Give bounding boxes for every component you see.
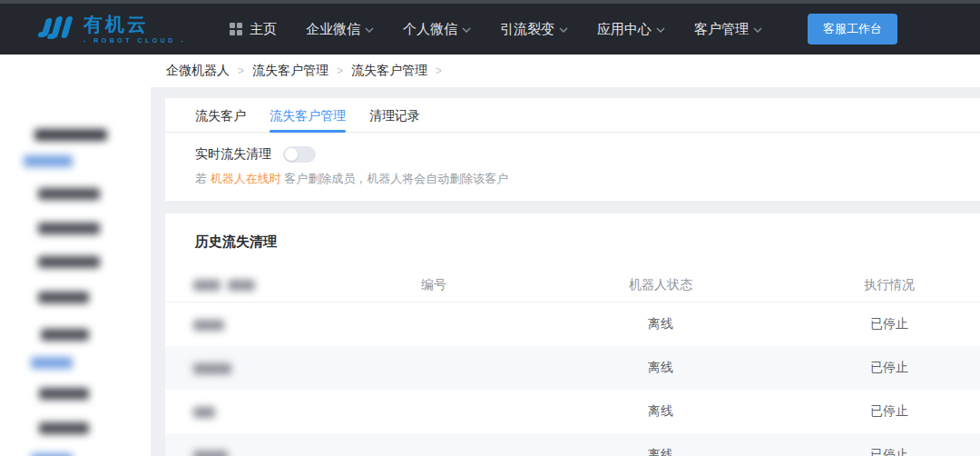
- sidebar-item-redacted[interactable]: [38, 188, 100, 200]
- customer-name-redacted: [193, 363, 231, 374]
- tab-bar: 流失客户 流失客户管理 清理记录: [165, 98, 980, 133]
- sidebar-item-redacted[interactable]: [39, 422, 89, 434]
- tab-cleanup-records[interactable]: 清理记录: [369, 98, 420, 132]
- nav-item-customer-management[interactable]: 客户管理: [694, 21, 762, 38]
- customer-name-redacted: [193, 451, 228, 456]
- section-title: 历史流失清理: [165, 213, 980, 251]
- table-header-row: 编号 机器人状态 执行情况: [165, 269, 980, 302]
- nav-item-label: 引流裂变: [500, 21, 554, 38]
- column-header-robot-status: 机器人状态: [523, 277, 799, 293]
- home-grid-icon: [230, 23, 242, 35]
- cell-execution: 已停止: [799, 316, 980, 332]
- tab-lost-customers[interactable]: 流失客户: [195, 98, 246, 132]
- nav-item-home[interactable]: 主页: [230, 21, 277, 38]
- history-table: 编号 机器人状态 执行情况 离线 已停止 离线 已停止 离线 已停止: [165, 269, 980, 456]
- history-cleanup-card: 历史流失清理 编号 机器人状态 执行情况 离线 已停止 离线: [165, 213, 980, 456]
- redacted-text: [228, 280, 255, 291]
- app-logo[interactable]: 有机云 - ROBOT CLOUD -: [36, 15, 195, 44]
- sidebar-item-redacted[interactable]: [38, 256, 100, 268]
- realtime-cleanup-label: 实时流失清理: [195, 146, 271, 163]
- breadcrumb-item[interactable]: 企微机器人: [166, 63, 230, 79]
- loss-settings-card: 流失客户 流失客户管理 清理记录 实时流失清理 若 机器人在线时 客户删除成员，…: [165, 98, 980, 201]
- cell-execution: 已停止: [799, 360, 980, 376]
- top-navigation: 有机云 - ROBOT CLOUD - 主页 企业微信 个人微信 引流裂变 应用…: [0, 4, 980, 55]
- cell-execution: 已停止: [799, 403, 980, 420]
- cell-robot-status: 离线: [523, 316, 799, 332]
- chevron-down-icon: [656, 27, 665, 33]
- tab-lost-customer-management[interactable]: 流失客户管理: [270, 98, 346, 132]
- sidebar-item-redacted[interactable]: [34, 129, 107, 141]
- main-menu: 主页 企业微信 个人微信 引流裂变 应用中心 客户管理: [230, 21, 762, 38]
- chevron-down-icon: [559, 27, 568, 33]
- cell-robot-status: 离线: [523, 447, 799, 456]
- sidebar: [0, 55, 151, 456]
- customer-name-redacted: [193, 407, 215, 418]
- nav-item-label: 企业微信: [306, 21, 360, 38]
- breadcrumb-separator: >: [238, 64, 244, 77]
- sidebar-item-redacted[interactable]: [31, 357, 73, 369]
- note-suffix: 客户删除成员，机器人将会自动删除该客户: [281, 172, 509, 185]
- table-row: 离线 已停止: [165, 390, 980, 433]
- chevron-down-icon: [462, 27, 471, 33]
- logo-subtitle: - ROBOT CLOUD -: [83, 37, 186, 44]
- cell-execution: 已停止: [799, 447, 980, 456]
- breadcrumb-separator: >: [436, 64, 442, 77]
- note-highlight: 机器人在线时: [211, 172, 281, 185]
- realtime-cleanup-row: 实时流失清理: [195, 146, 980, 163]
- nav-item-app-center[interactable]: 应用中心: [597, 21, 665, 38]
- column-header-redacted: [193, 280, 345, 291]
- nav-item-label: 个人微信: [403, 21, 457, 38]
- cell-robot-status: 离线: [523, 403, 799, 420]
- column-header-execution: 执行情况: [799, 277, 980, 293]
- window-top-strip: [0, 0, 980, 4]
- sidebar-item-redacted[interactable]: [24, 155, 73, 167]
- table-row: 离线 已停止: [165, 346, 980, 390]
- redacted-text: [193, 280, 220, 291]
- nav-item-label: 主页: [250, 21, 277, 38]
- breadcrumb-separator: >: [337, 64, 343, 77]
- note-prefix: 若: [195, 172, 211, 185]
- realtime-cleanup-toggle[interactable]: [283, 146, 316, 163]
- table-row: 离线 已停止: [165, 433, 980, 456]
- sidebar-item-redacted[interactable]: [39, 388, 89, 400]
- sidebar-item-redacted[interactable]: [38, 223, 100, 234]
- main-content: 企微机器人 > 流失客户管理 > 流失客户管理 > 流失客户 流失客户管理 清理…: [151, 55, 980, 456]
- breadcrumb-item[interactable]: 流失客户管理: [252, 63, 328, 79]
- cell-robot-status: 离线: [523, 360, 799, 376]
- logo-icon: [36, 15, 74, 43]
- column-header-number: 编号: [345, 277, 523, 293]
- sidebar-item-redacted[interactable]: [41, 329, 89, 341]
- realtime-cleanup-note: 若 机器人在线时 客户删除成员，机器人将会自动删除该客户: [195, 171, 980, 187]
- sidebar-item-redacted[interactable]: [38, 292, 89, 303]
- nav-item-label: 客户管理: [694, 21, 749, 38]
- nav-item-traffic-fission[interactable]: 引流裂变: [500, 21, 568, 38]
- service-workbench-button[interactable]: 客服工作台: [808, 14, 897, 45]
- nav-item-enterprise-wechat[interactable]: 企业微信: [306, 21, 374, 38]
- nav-item-personal-wechat[interactable]: 个人微信: [403, 21, 471, 38]
- nav-item-label: 应用中心: [597, 21, 652, 38]
- customer-name-redacted: [193, 320, 224, 331]
- table-row: 离线 已停止: [165, 302, 980, 346]
- chevron-down-icon: [365, 27, 374, 33]
- breadcrumb-item[interactable]: 流失客户管理: [351, 63, 427, 79]
- logo-title: 有机云: [83, 15, 186, 34]
- chevron-down-icon: [753, 27, 762, 33]
- breadcrumb: 企微机器人 > 流失客户管理 > 流失客户管理 >: [151, 55, 980, 87]
